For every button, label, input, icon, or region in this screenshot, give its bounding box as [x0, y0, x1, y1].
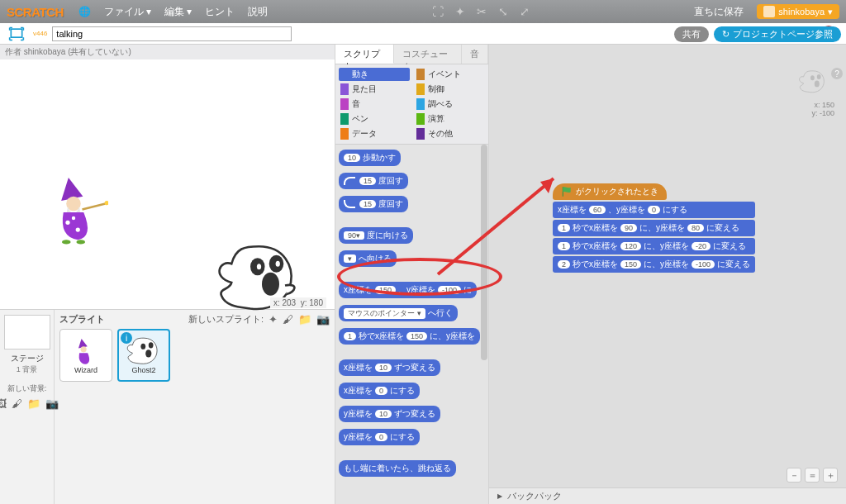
- scripts-area[interactable]: x: 150y: -100 ? がクリックされたとき x座標を60 、y座標を0…: [489, 45, 846, 504]
- cat-sound[interactable]: 音: [339, 97, 410, 111]
- svg-point-7: [62, 240, 71, 244]
- sprite-upload-icon[interactable]: 📁: [298, 313, 311, 326]
- refresh-icon: ↻: [722, 29, 730, 40]
- block-turn-cw[interactable]: 15度回す: [339, 173, 408, 189]
- cat-more[interactable]: その他: [415, 127, 486, 140]
- block-turn-ccw[interactable]: 15度回す: [339, 196, 408, 212]
- cat-control[interactable]: 制御: [415, 83, 486, 96]
- cat-looks[interactable]: 見た目: [339, 83, 410, 96]
- top-menu-bar: SCRATCH 🌐 ファイル ▾ 編集 ▾ ヒント 説明 ⛶ ✦ ✂ ⤡ ⤢ 直…: [0, 0, 846, 23]
- block-set-x[interactable]: x座標を0にする: [339, 383, 420, 399]
- backpack-bar[interactable]: ▶ バックパック: [489, 487, 846, 504]
- script-block-1[interactable]: x座標を60 、y座標を0 にする: [553, 202, 755, 218]
- project-title-input[interactable]: [52, 26, 292, 41]
- zoom-out-button[interactable]: －: [787, 468, 801, 483]
- block-glide[interactable]: 1秒でx座標を 150に、y座標を: [339, 328, 480, 345]
- about-menu[interactable]: 説明: [248, 5, 268, 19]
- block-set-y[interactable]: y座標を0にする: [339, 429, 420, 445]
- current-sprite-icon: [798, 69, 828, 94]
- username: shinkobaya: [778, 7, 825, 17]
- stage-backdrop-count: 1 背景: [3, 364, 50, 375]
- shrink-icon[interactable]: ⤢: [520, 5, 530, 18]
- svg-point-17: [145, 349, 151, 357]
- stamp-icon[interactable]: ⛶: [432, 5, 444, 18]
- wizard-sprite[interactable]: [50, 172, 108, 245]
- script-stack[interactable]: がクリックされたとき x座標を60 、y座標を0 にする 1秒でx座標を90 に…: [553, 183, 755, 274]
- edit-menu[interactable]: 編集 ▾: [164, 5, 192, 19]
- script-block-4[interactable]: 2秒でx座標を150 に、y座標を-100に変える: [553, 256, 755, 273]
- svg-line-5: [83, 204, 106, 210]
- svg-point-8: [77, 240, 86, 244]
- block-change-y[interactable]: y座標を10ずつ変える: [339, 406, 440, 422]
- sprite-tile-ghost[interactable]: i Ghost2: [117, 329, 170, 382]
- stage[interactable]: x: 203 y: 180: [1, 60, 331, 308]
- sprite-name: Ghost2: [131, 366, 155, 374]
- backpack-label: バックパック: [507, 490, 562, 502]
- block-move-steps[interactable]: 10歩動かす: [339, 150, 401, 166]
- scratch-logo[interactable]: SCRATCH: [7, 5, 64, 19]
- sprite-camera-icon[interactable]: 📷: [316, 313, 330, 326]
- sprites-label: スプライト: [59, 313, 105, 326]
- block-point-towards[interactable]: ▾へ向ける: [339, 250, 397, 267]
- backdrop-library-icon[interactable]: 🖼: [0, 397, 7, 410]
- cat-data[interactable]: データ: [339, 127, 410, 140]
- tab-costumes[interactable]: コスチューム: [394, 45, 462, 64]
- block-change-x[interactable]: x座標を10ずつ変える: [339, 359, 440, 376]
- svg-point-20: [815, 81, 820, 88]
- grow-icon[interactable]: ⤡: [498, 5, 508, 18]
- tab-sounds[interactable]: 音: [462, 45, 488, 64]
- svg-point-2: [65, 221, 69, 225]
- new-backdrop-label: 新しい背景:: [3, 383, 50, 394]
- project-page-button[interactable]: ↻ プロジェクトページ参照: [714, 26, 841, 42]
- block-point-direction[interactable]: 90▾度に向ける: [339, 227, 413, 244]
- sprite-paint-icon[interactable]: 🖌: [283, 313, 293, 326]
- user-icon: [763, 6, 775, 17]
- backdrop-upload-icon[interactable]: 📁: [27, 397, 40, 410]
- backpack-toggle-icon: ▶: [497, 492, 502, 500]
- sprite-tile-wizard[interactable]: Wizard: [59, 329, 112, 382]
- zoom-in-button[interactable]: ＋: [823, 468, 838, 483]
- project-page-label: プロジェクトページ参照: [733, 28, 833, 40]
- chevron-down-icon: ▾: [828, 7, 833, 17]
- block-bounce[interactable]: もし端に着いたら、跳ね返る: [339, 460, 456, 477]
- hints-menu[interactable]: ヒント: [205, 5, 235, 19]
- save-now[interactable]: 直ちに保存: [694, 5, 744, 19]
- script-block-2[interactable]: 1秒でx座標を90 に、y座標を80に変える: [553, 220, 755, 236]
- zoom-reset-button[interactable]: ＝: [805, 468, 820, 483]
- palette-scrollbar[interactable]: [481, 145, 487, 360]
- svg-point-19: [817, 74, 821, 79]
- cat-pen[interactable]: ペン: [339, 112, 410, 126]
- svg-point-15: [140, 344, 145, 349]
- sprite-info-icon[interactable]: i: [121, 332, 132, 344]
- svg-point-11: [257, 264, 261, 269]
- globe-icon[interactable]: 🌐: [78, 6, 91, 17]
- svg-point-18: [810, 75, 815, 80]
- block-goto-xy[interactable]: x座標を150 、y座標を-100 に: [339, 282, 477, 298]
- top-tools: ⛶ ✦ ✂ ⤡ ⤢: [274, 5, 687, 18]
- svg-point-3: [76, 227, 80, 231]
- stage-thumbnail[interactable]: [4, 315, 50, 349]
- duplicate-icon[interactable]: ✦: [455, 5, 465, 18]
- backdrop-paint-icon[interactable]: 🖌: [12, 397, 22, 410]
- zoom-controls: － ＝ ＋: [787, 468, 838, 483]
- user-menu[interactable]: shinkobaya ▾: [757, 4, 839, 19]
- file-menu[interactable]: ファイル ▾: [104, 5, 151, 19]
- block-goto-mouse[interactable]: マウスのポインター ▾へ行く: [339, 305, 458, 321]
- sprite-library-icon[interactable]: ✦: [269, 313, 278, 326]
- cat-sensing[interactable]: 調べる: [415, 97, 486, 111]
- mouse-coords: x: 203 y: 180: [270, 297, 326, 308]
- delete-icon[interactable]: ✂: [477, 5, 487, 18]
- svg-point-14: [81, 346, 87, 352]
- help-icon[interactable]: ?: [831, 68, 843, 79]
- editor-tabs: スクリプト コスチューム 音: [335, 45, 488, 64]
- svg-point-13: [262, 273, 279, 296]
- cat-events[interactable]: イベント: [415, 68, 486, 81]
- tab-scripts[interactable]: スクリプト: [335, 45, 394, 64]
- hat-when-flag-clicked[interactable]: がクリックされたとき: [553, 183, 667, 200]
- fullscreen-icon[interactable]: [5, 25, 28, 43]
- share-button[interactable]: 共有: [674, 26, 709, 42]
- cat-motion[interactable]: 動き: [339, 68, 410, 81]
- block-palette[interactable]: 10歩動かす 15度回す 15度回す 90▾度に向ける ▾へ向ける x座標を15…: [335, 145, 488, 504]
- cat-operators[interactable]: 演算: [415, 112, 486, 126]
- script-block-3[interactable]: 1秒でx座標を120 に、y座標を-20に変える: [553, 238, 755, 254]
